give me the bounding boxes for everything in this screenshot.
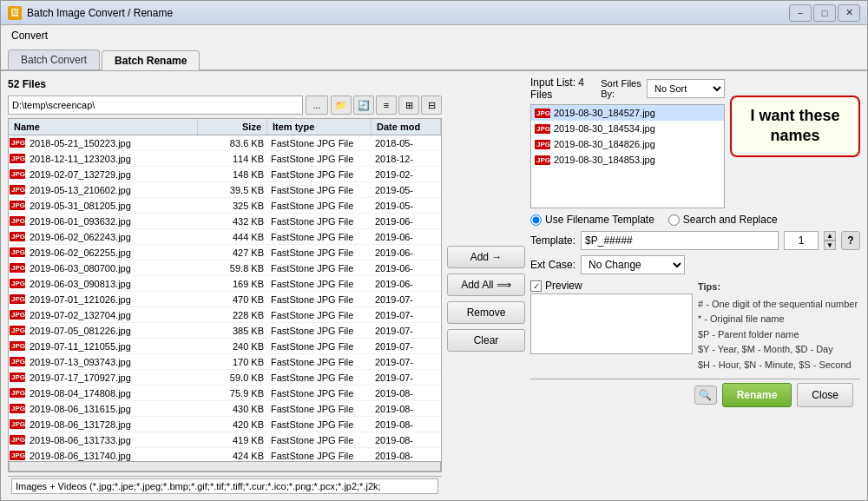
file-name: 2019-06-03_080700.jpg bbox=[26, 263, 198, 274]
find-button[interactable]: 🔍 bbox=[694, 386, 717, 405]
sort-select[interactable]: No SortNameDateSize bbox=[647, 79, 725, 98]
input-list-section: Input List: 4 Files Sort Files By: No So… bbox=[530, 76, 860, 208]
list-item[interactable]: JPG 2019-08-30_184534.jpg bbox=[531, 121, 724, 136]
file-date: 2019-05- bbox=[372, 185, 441, 195]
file-date: 2019-06- bbox=[372, 232, 441, 242]
jpg-icon: JPG bbox=[9, 357, 26, 366]
bottom-action-bar: 🔍 Rename Close bbox=[530, 379, 860, 411]
table-row[interactable]: JPG 2019-07-02_132704.jpg 228 KB FastSto… bbox=[9, 307, 441, 323]
tip-item: # - One digit of the sequential number bbox=[698, 297, 860, 313]
search-replace-radio[interactable]: Search and Replace bbox=[668, 214, 778, 226]
file-type: FastStone JPG File bbox=[267, 341, 372, 352]
file-name: 2019-05-13_210602.jpg bbox=[26, 185, 198, 195]
view-list-icon[interactable]: ≡ bbox=[376, 96, 397, 115]
table-row[interactable]: JPG 2019-08-06_131740.jpg 424 KB FastSto… bbox=[9, 448, 441, 461]
col-header-name[interactable]: Name bbox=[9, 119, 198, 135]
file-type: FastStone JPG File bbox=[267, 435, 372, 445]
help-button[interactable]: ? bbox=[841, 231, 860, 250]
preview-checkbox[interactable] bbox=[530, 280, 542, 292]
minimize-button[interactable]: − bbox=[789, 4, 812, 22]
horizontal-scrollbar[interactable] bbox=[9, 461, 441, 471]
refresh-icon[interactable]: 🔄 bbox=[353, 96, 374, 115]
col-header-date[interactable]: Date mod bbox=[372, 119, 441, 135]
table-row[interactable]: JPG 2019-07-05_081226.jpg 385 KB FastSto… bbox=[9, 323, 441, 339]
jpg-icon: JPG bbox=[9, 201, 26, 210]
tips-section: Tips: # - One digit of the sequential nu… bbox=[698, 280, 860, 373]
table-row[interactable]: JPG 2019-07-11_121055.jpg 240 KB FastSto… bbox=[9, 339, 441, 354]
list-item[interactable]: JPG 2019-08-30_184853.jpg bbox=[531, 152, 724, 168]
input-list-count: Input List: 4 Files bbox=[530, 76, 601, 101]
table-row[interactable]: JPG 2019-07-01_121026.jpg 470 KB FastSto… bbox=[9, 292, 441, 307]
use-template-radio[interactable]: Use Filename Template bbox=[530, 214, 654, 226]
add-button[interactable]: Add → bbox=[447, 246, 525, 268]
add-all-button[interactable]: Add All ⟹ bbox=[447, 274, 525, 296]
rename-button[interactable]: Rename bbox=[722, 383, 792, 407]
jpg-icon: JPG bbox=[9, 388, 26, 398]
table-row[interactable]: JPG 2019-05-31_081205.jpg 325 KB FastSto… bbox=[9, 198, 441, 214]
maximize-button[interactable]: □ bbox=[813, 4, 836, 22]
table-row[interactable]: JPG 2019-06-02_062243.jpg 444 KB FastSto… bbox=[9, 229, 441, 245]
path-input[interactable] bbox=[8, 96, 303, 115]
table-row[interactable]: JPG 2018-12-11_123203.jpg 114 KB FastSto… bbox=[9, 151, 441, 167]
jpg-icon: JPG bbox=[9, 263, 26, 273]
file-size: 59.0 KB bbox=[198, 372, 267, 383]
table-row[interactable]: JPG 2019-06-03_080700.jpg 59.8 KB FastSt… bbox=[9, 260, 441, 276]
table-row[interactable]: JPG 2019-08-06_131728.jpg 420 KB FastSto… bbox=[9, 417, 441, 432]
table-row[interactable]: JPG 2018-05-21_150223.jpg 83.6 KB FastSt… bbox=[9, 135, 441, 151]
browse-button[interactable]: ... bbox=[306, 96, 328, 115]
table-row[interactable]: JPG 2019-07-13_093743.jpg 170 KB FastSto… bbox=[9, 354, 441, 370]
close-bottom-button[interactable]: Close bbox=[797, 383, 853, 407]
file-list-body[interactable]: JPG 2018-05-21_150223.jpg 83.6 KB FastSt… bbox=[9, 135, 441, 461]
remove-button[interactable]: Remove bbox=[447, 301, 525, 324]
file-name: 2019-02-07_132729.jpg bbox=[26, 169, 198, 180]
close-button[interactable]: ✕ bbox=[838, 4, 860, 22]
template-row: Template: ▲ ▼ ? bbox=[530, 231, 860, 250]
path-bar: ... 📁 🔄 ≡ ⊞ ⊟ bbox=[8, 96, 442, 115]
folder-up-icon[interactable]: 📁 bbox=[331, 96, 352, 115]
table-row[interactable]: JPG 2019-08-06_131615.jpg 430 KB FastSto… bbox=[9, 401, 441, 417]
file-type: FastStone JPG File bbox=[267, 138, 372, 148]
list-item[interactable]: JPG 2019-08-30_184826.jpg bbox=[531, 136, 724, 152]
view-details-icon[interactable]: ⊟ bbox=[421, 96, 442, 115]
file-date: 2019-05- bbox=[372, 201, 441, 211]
start-number-input[interactable] bbox=[784, 231, 819, 250]
view-grid-icon[interactable]: ⊞ bbox=[398, 96, 419, 115]
file-date: 2019-07- bbox=[372, 326, 441, 336]
file-type: FastStone JPG File bbox=[267, 357, 372, 367]
file-name: 2019-08-06_131740.jpg bbox=[26, 451, 198, 461]
table-row[interactable]: JPG 2019-02-07_132729.jpg 148 KB FastSto… bbox=[9, 167, 441, 182]
left-panel: 52 Files ... 📁 🔄 ≡ ⊞ ⊟ Name Size Item bbox=[8, 76, 442, 495]
table-row[interactable]: JPG 2019-06-01_093632.jpg 432 KB FastSto… bbox=[9, 214, 441, 229]
table-row[interactable]: JPG 2019-06-02_062255.jpg 427 KB FastSto… bbox=[9, 245, 441, 260]
ext-case-select[interactable]: No ChangeLowercaseUppercase bbox=[581, 255, 685, 274]
convert-menu-item[interactable]: Convert bbox=[4, 27, 55, 44]
spin-up-button[interactable]: ▲ bbox=[824, 231, 836, 241]
table-row[interactable]: JPG 2019-06-03_090813.jpg 169 KB FastSto… bbox=[9, 276, 441, 292]
table-row[interactable]: JPG 2019-08-06_131733.jpg 419 KB FastSto… bbox=[9, 432, 441, 448]
col-header-type[interactable]: Item type bbox=[267, 119, 372, 135]
app-icon: 🖼 bbox=[8, 6, 22, 20]
list-item[interactable]: JPG 2019-08-30_184527.jpg bbox=[531, 105, 724, 121]
jpg-icon: JPG bbox=[9, 419, 26, 429]
file-name: 2019-08-06_131615.jpg bbox=[26, 404, 198, 414]
template-input[interactable] bbox=[581, 231, 779, 250]
file-type: FastStone JPG File bbox=[267, 451, 372, 461]
table-row[interactable]: JPG 2019-08-04_174808.jpg 75.9 KB FastSt… bbox=[9, 386, 441, 401]
tab-batch-convert[interactable]: Batch Convert bbox=[8, 49, 100, 69]
clear-button[interactable]: Clear bbox=[447, 329, 525, 352]
file-list-container: Name Size Item type Date mod JPG 2018-05… bbox=[8, 118, 442, 472]
table-row[interactable]: JPG 2019-07-17_170927.jpg 59.0 KB FastSt… bbox=[9, 370, 441, 386]
tips-list: # - One digit of the sequential number* … bbox=[698, 297, 860, 373]
filter-input[interactable] bbox=[11, 478, 438, 494]
file-name: 2019-08-04_174808.jpg bbox=[26, 388, 198, 399]
file-size: 430 KB bbox=[198, 404, 267, 414]
file-size: 228 KB bbox=[198, 310, 267, 320]
col-header-size[interactable]: Size bbox=[198, 119, 267, 135]
file-size: 75.9 KB bbox=[198, 388, 267, 399]
tab-batch-rename[interactable]: Batch Rename bbox=[102, 50, 200, 70]
input-file-list[interactable]: JPG 2019-08-30_184527.jpg JPG 2019-08-30… bbox=[530, 104, 725, 208]
spin-down-button[interactable]: ▼ bbox=[824, 241, 836, 250]
radio-row: Use Filename Template Search and Replace bbox=[530, 214, 860, 226]
file-type: FastStone JPG File bbox=[267, 388, 372, 399]
table-row[interactable]: JPG 2019-05-13_210602.jpg 39.5 KB FastSt… bbox=[9, 182, 441, 198]
